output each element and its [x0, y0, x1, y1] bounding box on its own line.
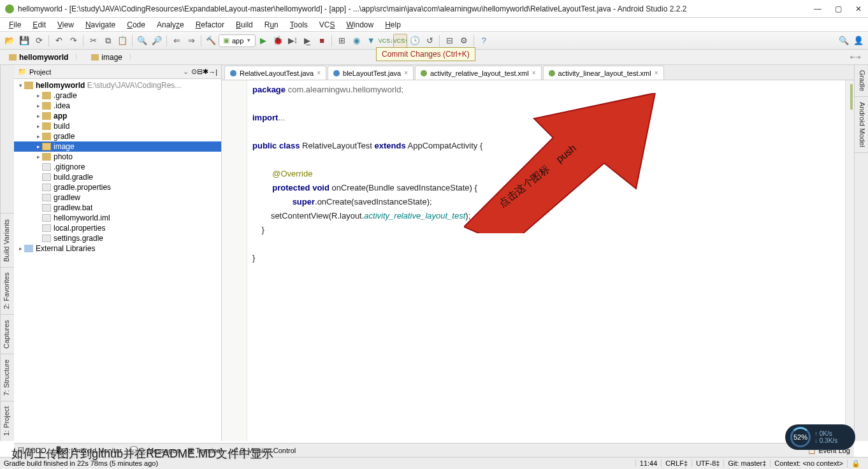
- close-icon[interactable]: ×: [317, 69, 321, 76]
- breadcrumb-item[interactable]: image: [86, 52, 140, 63]
- tree-item[interactable]: .gitignore: [14, 162, 221, 172]
- menu-run[interactable]: Run: [259, 19, 284, 31]
- close-icon[interactable]: ×: [655, 69, 658, 76]
- menu-file[interactable]: File: [4, 19, 26, 31]
- tree-item[interactable]: ▸.idea: [14, 101, 221, 111]
- coverage-icon[interactable]: ▶̲: [300, 34, 314, 48]
- user-icon[interactable]: 👤: [851, 34, 865, 48]
- status-line-sep[interactable]: CRLF‡: [661, 459, 691, 467]
- structure-icon[interactable]: ⊟: [442, 34, 456, 48]
- tab-relative-xml[interactable]: activity_relative_layout_test.xml×: [415, 66, 542, 80]
- tree-item[interactable]: ▸.gradle: [14, 90, 221, 101]
- redo-icon[interactable]: ↷: [66, 34, 80, 48]
- code-editor[interactable]: package com.alearningwu.hellomyworld; im…: [247, 80, 845, 441]
- run-icon[interactable]: ▶: [256, 34, 270, 48]
- forward-icon[interactable]: ⇒: [184, 34, 198, 48]
- menu-navigate[interactable]: Navigate: [80, 19, 120, 31]
- close-icon[interactable]: ×: [404, 69, 408, 76]
- rail-captures[interactable]: Captures: [1, 314, 14, 354]
- tab-linear-xml[interactable]: activity_linear_layout_test.xml×: [543, 66, 664, 80]
- gear-icon[interactable]: ✱: [203, 68, 208, 76]
- maximize-button[interactable]: ▢: [834, 4, 843, 13]
- status-encoding[interactable]: UTF-8‡: [691, 459, 723, 467]
- revert-icon[interactable]: ↺: [423, 34, 437, 48]
- stop-icon[interactable]: ■: [315, 34, 329, 48]
- rail-android-model[interactable]: Android Model: [855, 97, 868, 153]
- menu-analyze[interactable]: Analyze: [152, 19, 189, 31]
- find-icon[interactable]: 🔍: [135, 34, 149, 48]
- tree-item[interactable]: gradle.properties: [14, 182, 221, 192]
- rail-build-variants[interactable]: Build Variants: [1, 213, 14, 267]
- tree-root[interactable]: ▾ hellomyworld E:\study\JAVA\CodingRes..…: [14, 80, 221, 90]
- editor-scrollbar[interactable]: [845, 80, 854, 441]
- expand-icon[interactable]: ⇤⇥: [846, 54, 864, 61]
- debug-icon[interactable]: 🐞: [271, 34, 285, 48]
- hide-icon[interactable]: →|: [208, 68, 217, 76]
- file-icon: [42, 173, 51, 181]
- status-git[interactable]: Git: master‡: [723, 459, 770, 467]
- layout-icon[interactable]: ⊞: [335, 34, 349, 48]
- tab-relative-java[interactable]: RelativeLayoutTest.java×: [224, 66, 326, 80]
- menu-view[interactable]: View: [52, 19, 79, 31]
- menu-help[interactable]: Help: [380, 19, 406, 31]
- sdk-icon[interactable]: ▼: [364, 34, 378, 48]
- breadcrumb-item[interactable]: hellomyworld: [4, 52, 86, 63]
- build-icon[interactable]: 🔨: [204, 34, 218, 48]
- status-position[interactable]: 11:44: [635, 459, 662, 467]
- undo-icon[interactable]: ↶: [52, 34, 66, 48]
- search-everywhere-icon[interactable]: 🔍: [837, 34, 851, 48]
- menu-edit[interactable]: Edit: [27, 19, 51, 31]
- tree-item[interactable]: ▸image: [14, 141, 221, 152]
- menu-vcs[interactable]: VCS: [314, 19, 340, 31]
- sync-icon[interactable]: ⟳: [32, 34, 46, 48]
- tree-item[interactable]: ▸gradle: [14, 131, 221, 141]
- tree-item[interactable]: ▸photo: [14, 152, 221, 162]
- settings-icon[interactable]: ⚙: [457, 34, 471, 48]
- open-icon[interactable]: 📂: [3, 34, 17, 48]
- close-button[interactable]: ✕: [854, 4, 863, 13]
- back-icon[interactable]: ⇐: [170, 34, 184, 48]
- tree-item[interactable]: settings.gradle: [14, 233, 221, 243]
- menu-code[interactable]: Code: [122, 19, 150, 31]
- tree-item[interactable]: gradlew: [14, 192, 221, 203]
- chevron-down-icon[interactable]: ⌄: [183, 68, 189, 76]
- collapse-icon[interactable]: ⊟: [197, 68, 203, 76]
- tree-item[interactable]: local.properties: [14, 223, 221, 233]
- tab-table-java[interactable]: bleLayoutTest.java×: [328, 66, 414, 80]
- close-icon[interactable]: ×: [532, 69, 536, 76]
- avd-icon[interactable]: ◉: [349, 34, 363, 48]
- tree-external-libs[interactable]: ▸ External Libraries: [14, 243, 221, 254]
- copy-icon[interactable]: ⧉: [101, 34, 115, 48]
- editor-body[interactable]: package com.alearningwu.hellomyworld; im…: [222, 80, 854, 441]
- vcs-update-icon[interactable]: VCS↓: [379, 34, 393, 48]
- cut-icon[interactable]: ✂: [86, 34, 100, 48]
- menu-refactor[interactable]: Refactor: [191, 19, 229, 31]
- history-icon[interactable]: 🕓: [408, 34, 422, 48]
- attach-icon[interactable]: ▶⁞: [286, 34, 300, 48]
- rail-favorites[interactable]: 2: Favorites: [1, 267, 14, 314]
- rail-gradle[interactable]: Gradle: [855, 65, 868, 97]
- status-context[interactable]: Context: <no context>: [770, 459, 847, 467]
- menu-tools[interactable]: Tools: [285, 19, 313, 31]
- tree-item[interactable]: ▸app: [14, 111, 221, 121]
- rail-project[interactable]: 1: Project: [1, 401, 14, 441]
- tree-item[interactable]: hellomyworld.iml: [14, 213, 221, 223]
- replace-icon[interactable]: 🔎: [150, 34, 164, 48]
- rail-structure[interactable]: 7: Structure: [1, 354, 14, 401]
- run-config-selector[interactable]: ▣ app ▼: [219, 34, 256, 47]
- save-icon[interactable]: 💾: [17, 34, 31, 48]
- tree-item[interactable]: gradlew.bat: [14, 203, 221, 213]
- vcs-commit-icon[interactable]: VCS↑: [393, 34, 407, 48]
- minimize-button[interactable]: —: [813, 4, 822, 13]
- autoscroll-icon[interactable]: ⊙: [191, 68, 197, 76]
- project-tree[interactable]: ▾ hellomyworld E:\study\JAVA\CodingRes..…: [14, 79, 221, 441]
- tree-item[interactable]: ▸build: [14, 121, 221, 131]
- menu-window[interactable]: Window: [341, 19, 379, 31]
- folder-icon: [42, 133, 51, 140]
- tree-item[interactable]: build.gradle: [14, 172, 221, 182]
- lock-icon[interactable]: 🔒: [847, 459, 864, 468]
- menu-build[interactable]: Build: [231, 19, 258, 31]
- help-icon[interactable]: ?: [477, 34, 491, 48]
- network-speed-widget[interactable]: 52% ↑ 0K/s ↓ 0.3K/s: [785, 424, 855, 450]
- paste-icon[interactable]: 📋: [115, 34, 129, 48]
